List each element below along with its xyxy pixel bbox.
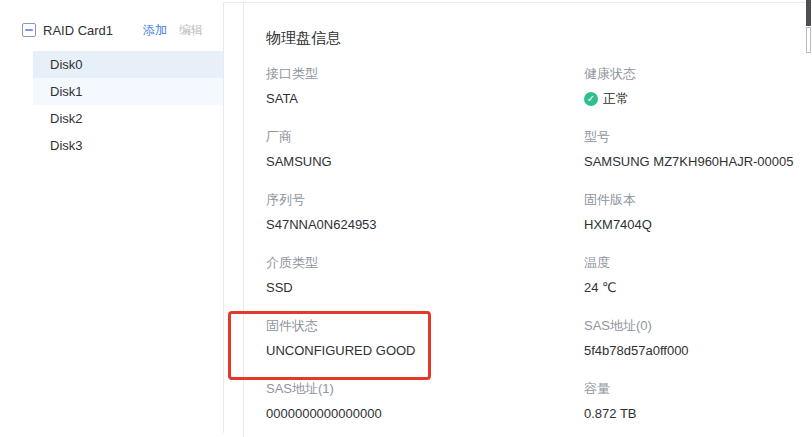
field-label: 序列号 xyxy=(266,191,584,209)
add-link[interactable]: 添加 xyxy=(143,22,167,39)
field-sas-address-0: SAS地址(0) 5f4b78d57a0ff000 xyxy=(584,317,812,360)
field-label: SAS地址(0) xyxy=(584,317,812,335)
scrollbar-thumb-dark[interactable] xyxy=(806,0,811,26)
field-value: 24 ℃ xyxy=(584,279,812,297)
field-value: HXM7404Q xyxy=(584,216,812,234)
field-temperature: 温度 24 ℃ xyxy=(584,254,812,297)
health-status-text: 正常 xyxy=(603,90,629,108)
sidebar-item-disk1[interactable]: Disk1 xyxy=(33,78,223,105)
field-value: ✓ 正常 xyxy=(584,90,812,108)
field-label: SAS地址(1) xyxy=(266,380,584,398)
field-firmware-state: 固件状态 UNCONFIGURED GOOD xyxy=(266,317,584,360)
field-label: 健康状态 xyxy=(584,65,812,83)
field-serial-number: 序列号 S47NNA0N624953 xyxy=(266,191,584,234)
field-label: 固件状态 xyxy=(266,317,584,335)
field-value: S47NNA0N624953 xyxy=(266,216,584,234)
field-value: 0.872 TB xyxy=(584,405,812,423)
disk-list: Disk0 Disk1 Disk2 Disk3 xyxy=(0,51,223,159)
collapse-minus-icon[interactable] xyxy=(22,23,36,37)
tree-actions: 添加 编辑 xyxy=(143,22,203,39)
raid-tree-sidebar: RAID Card1 添加 编辑 Disk0 Disk1 Disk2 Disk3 xyxy=(0,2,224,433)
field-sas-address-1: SAS地址(1) 0000000000000000 xyxy=(266,380,584,423)
field-value: 0000000000000000 xyxy=(266,405,584,423)
field-value: 5f4b78d57a0ff000 xyxy=(584,342,812,360)
sidebar-item-disk3[interactable]: Disk3 xyxy=(33,132,223,159)
edit-link[interactable]: 编辑 xyxy=(179,22,203,39)
field-label: 温度 xyxy=(584,254,812,272)
success-check-icon: ✓ xyxy=(584,92,598,106)
field-value: SSD xyxy=(266,279,584,297)
field-firmware-version: 固件版本 HXM7404Q xyxy=(584,191,812,234)
field-vendor: 厂商 SAMSUNG xyxy=(266,128,584,171)
field-label: 介质类型 xyxy=(266,254,584,272)
field-model: 型号 SAMSUNG MZ7KH960HAJR-00005 xyxy=(584,128,812,171)
field-value: SAMSUNG xyxy=(266,153,584,171)
scrollbar-thumb-light[interactable] xyxy=(806,27,811,53)
field-label: 型号 xyxy=(584,128,812,146)
field-capacity: 容量 0.872 TB xyxy=(584,380,812,423)
field-label: 固件版本 xyxy=(584,191,812,209)
field-media-type: 介质类型 SSD xyxy=(266,254,584,297)
disk-fields-grid: 接口类型 SATA 健康状态 ✓ 正常 厂商 SAMSUNG 型号 SAMSUN… xyxy=(266,65,812,423)
field-value: SAMSUNG MZ7KH960HAJR-00005 xyxy=(584,153,812,171)
field-health-status: 健康状态 ✓ 正常 xyxy=(584,65,812,108)
field-label: 厂商 xyxy=(266,128,584,146)
physical-disk-info-card: 物理盘信息 接口类型 SATA 健康状态 ✓ 正常 厂商 SAMSUNG 型号 … xyxy=(243,2,807,437)
field-value: SATA xyxy=(266,90,584,108)
field-label: 接口类型 xyxy=(266,65,584,83)
raid-card-node[interactable]: RAID Card1 添加 编辑 xyxy=(0,16,223,44)
page-title: 物理盘信息 xyxy=(266,29,341,48)
field-interface-type: 接口类型 SATA xyxy=(266,65,584,108)
sidebar-item-disk0[interactable]: Disk0 xyxy=(33,51,223,78)
physical-disk-info-page: RAID Card1 添加 编辑 Disk0 Disk1 Disk2 Disk3… xyxy=(0,0,812,437)
raid-card-label: RAID Card1 xyxy=(43,23,143,38)
sidebar-item-disk2[interactable]: Disk2 xyxy=(33,105,223,132)
field-value: UNCONFIGURED GOOD xyxy=(266,342,584,360)
field-label: 容量 xyxy=(584,380,812,398)
